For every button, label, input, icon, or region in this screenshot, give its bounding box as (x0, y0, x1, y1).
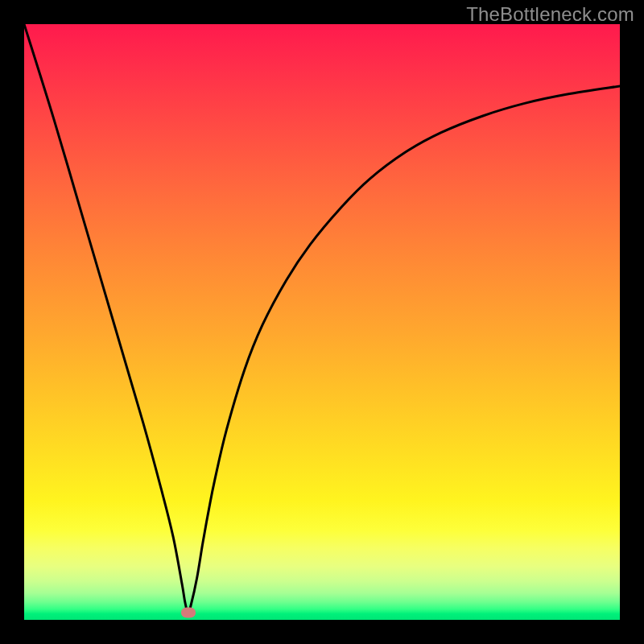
min-marker (181, 608, 196, 618)
plot-area (24, 24, 620, 620)
bottleneck-curve (24, 24, 620, 620)
chart-frame: TheBottleneck.com (0, 0, 644, 644)
watermark-text: TheBottleneck.com (466, 3, 634, 26)
